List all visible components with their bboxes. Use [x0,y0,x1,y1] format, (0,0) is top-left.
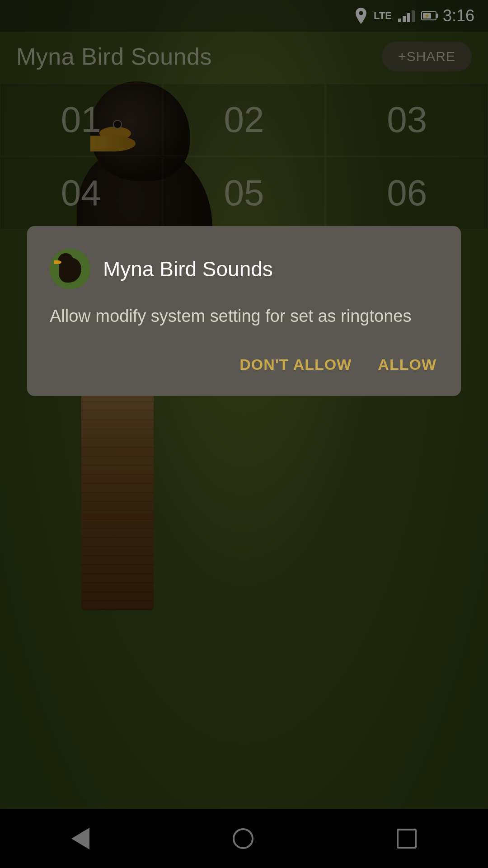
mini-bird-icon [54,253,86,285]
dialog-buttons: DON'T ALLOW ALLOW [50,351,438,378]
dialog-message: Allow modify system setting for set as r… [50,304,438,329]
permission-dialog: Myna Bird Sounds Allow modify system set… [27,226,461,396]
mini-bird-beak [54,260,61,264]
dialog-header: Myna Bird Sounds [50,249,438,289]
dialog-overlay [0,0,488,868]
deny-button[interactable]: DON'T ALLOW [238,351,353,378]
dialog-app-icon [50,249,90,289]
allow-button[interactable]: ALLOW [376,351,438,378]
dialog-app-name: Myna Bird Sounds [103,257,273,281]
